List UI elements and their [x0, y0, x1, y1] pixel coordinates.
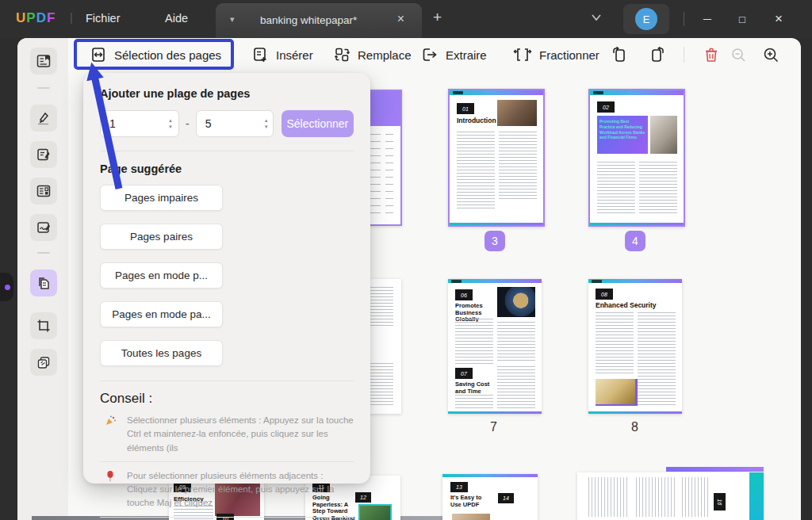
tab-close-icon[interactable]: ×: [397, 12, 404, 26]
page-thumbnail-3[interactable]: 01 Introduction: [448, 89, 545, 227]
logo-letter: D: [36, 10, 47, 26]
sidebar-item-ocr[interactable]: [30, 349, 57, 376]
sidebar-item-organize-pages[interactable]: [30, 270, 57, 296]
section-badge: 08: [596, 289, 613, 300]
page7-photo: [497, 287, 535, 317]
spin-up-icon[interactable]: ▲: [168, 118, 173, 123]
sidebar-notch[interactable]: [0, 273, 13, 301]
page-number-badge: 3: [485, 231, 505, 251]
page8-photo: [596, 379, 638, 406]
landscape-pages-button[interactable]: Pages en mode pa...: [100, 301, 223, 327]
select-range-button[interactable]: Sélectionner: [282, 110, 354, 137]
section-title: It's Easy to Use UPDF: [450, 495, 492, 508]
page-header-bar: [590, 90, 684, 95]
section-badge: 02: [597, 101, 615, 113]
all-pages-button[interactable]: Toutes les pages: [100, 340, 223, 366]
rotate-left-icon: [609, 45, 630, 64]
sidebar-item-edit[interactable]: [30, 141, 57, 168]
ocr-icon: [36, 354, 52, 370]
range-to-stepper[interactable]: ▲▼: [196, 110, 274, 137]
highlighter-icon: [36, 110, 52, 126]
notch-dot: [5, 285, 10, 290]
tool-split[interactable]: Fractionner: [513, 40, 599, 70]
spin-down-icon[interactable]: ▼: [168, 124, 173, 129]
tool-delete[interactable]: [703, 40, 720, 70]
page4-title-block: Promoting Best Practice and Reducing Wor…: [597, 116, 648, 154]
even-pages-button[interactable]: Pages paires: [100, 224, 223, 250]
tool-replace[interactable]: Remplace: [333, 40, 412, 70]
party-popper-icon: [105, 414, 117, 455]
logo-letter: P: [26, 10, 36, 26]
app-window: { "titlebar": { "logo_letters": [ {"ch":…: [0, 0, 812, 520]
tool-insert[interactable]: Insérer: [251, 40, 313, 70]
portrait-pages-button[interactable]: Pages en mode p...: [100, 262, 223, 289]
range-dash: -: [186, 117, 190, 130]
logo-letter: F: [47, 10, 56, 26]
replace-icon: [333, 46, 350, 63]
range-to-input[interactable]: [197, 117, 264, 131]
sidebar-item-sign[interactable]: [30, 214, 57, 241]
insert-icon: [251, 46, 269, 63]
odd-pages-button[interactable]: Pages impaires: [100, 185, 223, 211]
avatar[interactable]: E: [635, 8, 657, 30]
tool-rotate-right[interactable]: [647, 40, 668, 70]
tip-text: Sélectionner plusieurs éléments : Appuye…: [127, 414, 354, 455]
page-thumbnail-8[interactable]: 08 Enhanced Security: [588, 279, 682, 414]
tip-item: Sélectionner plusieurs éléments : Appuye…: [100, 407, 354, 461]
menu-aide[interactable]: Aide: [165, 12, 188, 25]
close-button[interactable]: ×: [763, 0, 795, 38]
menu-fichier[interactable]: Fichier: [86, 12, 121, 25]
spin-down-icon[interactable]: ▼: [264, 124, 269, 129]
document-tab[interactable]: ▾ banking whitepapar* ×: [216, 3, 422, 38]
page-header-bar: [588, 279, 682, 283]
minimize-button[interactable]: ─: [691, 0, 723, 38]
section-badge: 07: [455, 368, 473, 379]
tool-zoom-in[interactable]: [761, 40, 780, 70]
section-title: Enhanced Security: [596, 302, 667, 310]
chevron-down-icon[interactable]: [590, 11, 603, 27]
trash-icon: [703, 46, 720, 63]
spin-up-icon[interactable]: ▲: [264, 118, 269, 123]
account-area[interactable]: E: [623, 4, 669, 34]
tip-item: Pour sélectionner plusieurs éléments adj…: [100, 462, 354, 517]
page-header-bar: [442, 474, 538, 477]
organize-pages-icon: [36, 275, 52, 291]
suggested-heading: Page suggérée: [100, 162, 354, 175]
tool-label: Sélection des pages: [114, 48, 221, 62]
range-heading: Ajouter une plage de pages: [100, 87, 354, 100]
page-number-badge: 4: [625, 231, 645, 251]
updf-logo: UPDF: [16, 10, 56, 26]
section-badge: 13: [450, 482, 468, 492]
page-thumbnail-11[interactable]: 13 It's Easy to Use UPDF 14: [442, 474, 538, 520]
sidebar-item-forms[interactable]: [30, 178, 57, 205]
page-thumbnail-7[interactable]: 06 Promotes Business Globally 07 Saving …: [448, 279, 542, 414]
new-tab-button[interactable]: +: [433, 9, 442, 26]
toolbar-divider: [684, 47, 684, 63]
maximize-button[interactable]: □: [726, 0, 758, 38]
sidebar-item-crop[interactable]: [30, 312, 57, 339]
tool-label: Insérer: [276, 48, 313, 62]
sidebar-divider: [37, 87, 50, 89]
tip-item: Vous pouvez également cliquer près du pr…: [100, 518, 354, 520]
page-thumbnail-12-rotated[interactable]: 16: [577, 467, 768, 520]
tool-label: Remplace: [358, 48, 412, 62]
range-from-stepper[interactable]: ▲▼: [100, 110, 179, 137]
sidebar-item-comment[interactable]: [30, 105, 57, 132]
signature-icon: [36, 220, 52, 235]
range-from-input[interactable]: [101, 117, 168, 131]
crop-icon: [36, 318, 52, 334]
balloon-icon: [105, 469, 117, 510]
section-badge: 06: [455, 289, 473, 300]
page-thumbnail-4[interactable]: 02 Promoting Best Practice and Reducing …: [588, 89, 685, 227]
section-badge: 12: [355, 492, 371, 503]
section-title: Introduction: [457, 117, 496, 125]
tool-rotate-left[interactable]: [609, 40, 630, 70]
sidebar-item-reader[interactable]: [30, 48, 57, 75]
tool-page-selection[interactable]: Sélection des pages: [90, 40, 221, 70]
zoom-out-icon: [730, 46, 747, 63]
tab-caret-icon[interactable]: ▾: [230, 14, 235, 25]
tips-heading: Conseil :: [100, 391, 354, 407]
tool-extract[interactable]: Extraire: [420, 40, 487, 70]
rotate-right-icon: [647, 45, 668, 64]
title-bar: UPDF | Fichier Aide ▾ banking whitepapar…: [0, 0, 812, 38]
